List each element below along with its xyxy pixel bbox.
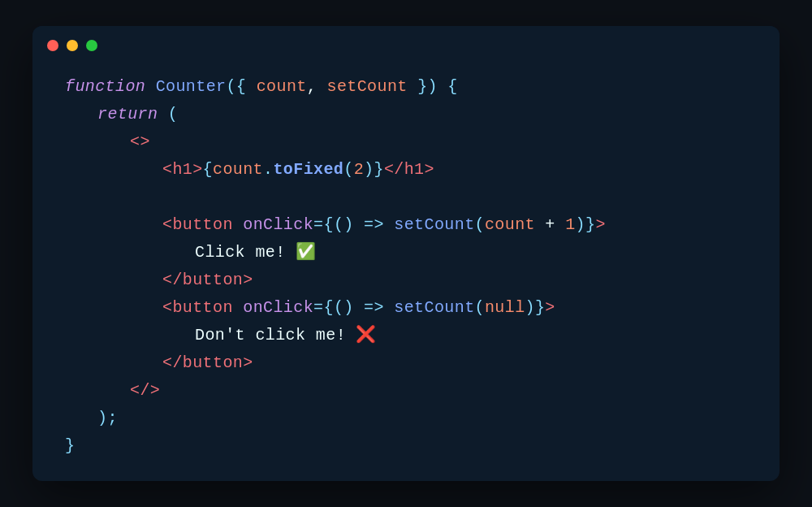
function-name: Counter (156, 73, 227, 101)
code-line-14: } (65, 432, 747, 460)
null-value: null (485, 294, 525, 322)
text-click-me: Click me! (195, 239, 296, 266)
text-dont-click: Don't click me! (195, 322, 356, 349)
keyword-return: return (97, 101, 158, 128)
code-editor: function Counter ( { count , setCount } … (32, 65, 780, 481)
keyword-function: function (65, 73, 145, 101)
maximize-button[interactable] (86, 40, 97, 51)
code-line-9: <button onClick = { () => setCount ( nul… (65, 294, 747, 322)
code-line-4: <h1> { count . toFixed ( 2 ) } </h1> (65, 156, 747, 184)
code-line-12: </> (65, 377, 747, 405)
code-window: function Counter ( { count , setCount } … (32, 26, 780, 481)
code-line-7: Click me! ✅ (65, 239, 747, 266)
code-line-blank (65, 184, 747, 211)
param-setcount: setCount (327, 73, 408, 101)
code-line-8: </button> (65, 266, 747, 294)
code-line-11: </button> (65, 349, 747, 377)
code-line-6: <button onClick = { () => setCount ( cou… (65, 211, 747, 239)
minimize-button[interactable] (67, 40, 78, 51)
code-line-1: function Counter ( { count , setCount } … (65, 73, 747, 101)
method-tofixed: toFixed (273, 156, 343, 184)
titlebar (32, 26, 780, 65)
checkmark-emoji: ✅ (296, 239, 316, 266)
code-line-13: ); (65, 405, 747, 432)
code-line-3: <> (65, 128, 747, 156)
code-line-10: Don't click me! ❌ (65, 322, 747, 349)
close-button[interactable] (47, 40, 58, 51)
cross-emoji: ❌ (356, 322, 376, 349)
param-count: count (257, 73, 307, 101)
code-line-2: return ( (65, 101, 747, 128)
